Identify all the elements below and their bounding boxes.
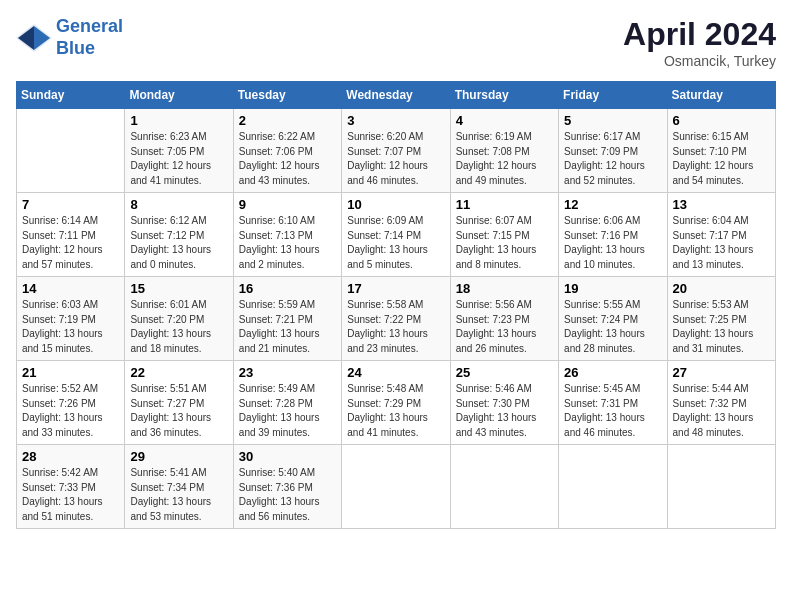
logo-name: General Blue <box>56 16 123 59</box>
day-number: 9 <box>239 197 336 212</box>
calendar-table: SundayMondayTuesdayWednesdayThursdayFrid… <box>16 81 776 529</box>
title-block: April 2024 Osmancik, Turkey <box>623 16 776 69</box>
day-number: 5 <box>564 113 661 128</box>
day-number: 23 <box>239 365 336 380</box>
calendar-cell: 18Sunrise: 5:56 AMSunset: 7:23 PMDayligh… <box>450 277 558 361</box>
day-info: Sunrise: 6:01 AMSunset: 7:20 PMDaylight:… <box>130 298 227 356</box>
day-info: Sunrise: 5:45 AMSunset: 7:31 PMDaylight:… <box>564 382 661 440</box>
day-info: Sunrise: 5:53 AMSunset: 7:25 PMDaylight:… <box>673 298 770 356</box>
calendar-body: 1Sunrise: 6:23 AMSunset: 7:05 PMDaylight… <box>17 109 776 529</box>
day-number: 27 <box>673 365 770 380</box>
day-info: Sunrise: 6:06 AMSunset: 7:16 PMDaylight:… <box>564 214 661 272</box>
calendar-header-row: SundayMondayTuesdayWednesdayThursdayFrid… <box>17 82 776 109</box>
day-number: 8 <box>130 197 227 212</box>
day-header-tuesday: Tuesday <box>233 82 341 109</box>
calendar-cell: 23Sunrise: 5:49 AMSunset: 7:28 PMDayligh… <box>233 361 341 445</box>
svg-marker-2 <box>18 26 34 50</box>
calendar-cell: 4Sunrise: 6:19 AMSunset: 7:08 PMDaylight… <box>450 109 558 193</box>
calendar-cell <box>667 445 775 529</box>
calendar-cell: 15Sunrise: 6:01 AMSunset: 7:20 PMDayligh… <box>125 277 233 361</box>
day-info: Sunrise: 5:42 AMSunset: 7:33 PMDaylight:… <box>22 466 119 524</box>
day-info: Sunrise: 6:09 AMSunset: 7:14 PMDaylight:… <box>347 214 444 272</box>
day-info: Sunrise: 5:49 AMSunset: 7:28 PMDaylight:… <box>239 382 336 440</box>
day-info: Sunrise: 5:48 AMSunset: 7:29 PMDaylight:… <box>347 382 444 440</box>
svg-marker-1 <box>34 26 50 50</box>
day-number: 1 <box>130 113 227 128</box>
week-row-1: 1Sunrise: 6:23 AMSunset: 7:05 PMDaylight… <box>17 109 776 193</box>
calendar-cell: 2Sunrise: 6:22 AMSunset: 7:06 PMDaylight… <box>233 109 341 193</box>
day-number: 6 <box>673 113 770 128</box>
calendar-cell: 24Sunrise: 5:48 AMSunset: 7:29 PMDayligh… <box>342 361 450 445</box>
page-header: General Blue April 2024 Osmancik, Turkey <box>16 16 776 69</box>
day-number: 10 <box>347 197 444 212</box>
day-header-friday: Friday <box>559 82 667 109</box>
day-info: Sunrise: 5:56 AMSunset: 7:23 PMDaylight:… <box>456 298 553 356</box>
day-number: 18 <box>456 281 553 296</box>
day-number: 22 <box>130 365 227 380</box>
month-title: April 2024 <box>623 16 776 53</box>
week-row-2: 7Sunrise: 6:14 AMSunset: 7:11 PMDaylight… <box>17 193 776 277</box>
calendar-cell: 26Sunrise: 5:45 AMSunset: 7:31 PMDayligh… <box>559 361 667 445</box>
location: Osmancik, Turkey <box>623 53 776 69</box>
day-header-thursday: Thursday <box>450 82 558 109</box>
day-number: 17 <box>347 281 444 296</box>
day-info: Sunrise: 6:10 AMSunset: 7:13 PMDaylight:… <box>239 214 336 272</box>
week-row-3: 14Sunrise: 6:03 AMSunset: 7:19 PMDayligh… <box>17 277 776 361</box>
calendar-cell: 16Sunrise: 5:59 AMSunset: 7:21 PMDayligh… <box>233 277 341 361</box>
day-header-sunday: Sunday <box>17 82 125 109</box>
day-info: Sunrise: 6:22 AMSunset: 7:06 PMDaylight:… <box>239 130 336 188</box>
day-number: 21 <box>22 365 119 380</box>
calendar-cell: 5Sunrise: 6:17 AMSunset: 7:09 PMDaylight… <box>559 109 667 193</box>
day-number: 2 <box>239 113 336 128</box>
logo: General Blue <box>16 16 123 59</box>
day-number: 25 <box>456 365 553 380</box>
day-info: Sunrise: 5:44 AMSunset: 7:32 PMDaylight:… <box>673 382 770 440</box>
day-info: Sunrise: 6:12 AMSunset: 7:12 PMDaylight:… <box>130 214 227 272</box>
calendar-cell: 28Sunrise: 5:42 AMSunset: 7:33 PMDayligh… <box>17 445 125 529</box>
calendar-cell: 27Sunrise: 5:44 AMSunset: 7:32 PMDayligh… <box>667 361 775 445</box>
calendar-cell: 3Sunrise: 6:20 AMSunset: 7:07 PMDaylight… <box>342 109 450 193</box>
day-number: 12 <box>564 197 661 212</box>
calendar-cell: 6Sunrise: 6:15 AMSunset: 7:10 PMDaylight… <box>667 109 775 193</box>
day-info: Sunrise: 5:55 AMSunset: 7:24 PMDaylight:… <box>564 298 661 356</box>
day-info: Sunrise: 5:40 AMSunset: 7:36 PMDaylight:… <box>239 466 336 524</box>
day-header-wednesday: Wednesday <box>342 82 450 109</box>
calendar-cell: 19Sunrise: 5:55 AMSunset: 7:24 PMDayligh… <box>559 277 667 361</box>
calendar-cell: 10Sunrise: 6:09 AMSunset: 7:14 PMDayligh… <box>342 193 450 277</box>
calendar-cell: 21Sunrise: 5:52 AMSunset: 7:26 PMDayligh… <box>17 361 125 445</box>
calendar-cell: 11Sunrise: 6:07 AMSunset: 7:15 PMDayligh… <box>450 193 558 277</box>
calendar-cell <box>17 109 125 193</box>
day-info: Sunrise: 6:03 AMSunset: 7:19 PMDaylight:… <box>22 298 119 356</box>
day-number: 16 <box>239 281 336 296</box>
calendar-cell: 13Sunrise: 6:04 AMSunset: 7:17 PMDayligh… <box>667 193 775 277</box>
day-info: Sunrise: 6:23 AMSunset: 7:05 PMDaylight:… <box>130 130 227 188</box>
day-number: 14 <box>22 281 119 296</box>
calendar-cell: 25Sunrise: 5:46 AMSunset: 7:30 PMDayligh… <box>450 361 558 445</box>
day-info: Sunrise: 5:52 AMSunset: 7:26 PMDaylight:… <box>22 382 119 440</box>
day-info: Sunrise: 6:15 AMSunset: 7:10 PMDaylight:… <box>673 130 770 188</box>
day-info: Sunrise: 6:14 AMSunset: 7:11 PMDaylight:… <box>22 214 119 272</box>
calendar-cell: 22Sunrise: 5:51 AMSunset: 7:27 PMDayligh… <box>125 361 233 445</box>
week-row-5: 28Sunrise: 5:42 AMSunset: 7:33 PMDayligh… <box>17 445 776 529</box>
day-info: Sunrise: 6:04 AMSunset: 7:17 PMDaylight:… <box>673 214 770 272</box>
day-number: 19 <box>564 281 661 296</box>
day-number: 26 <box>564 365 661 380</box>
day-number: 15 <box>130 281 227 296</box>
calendar-cell: 17Sunrise: 5:58 AMSunset: 7:22 PMDayligh… <box>342 277 450 361</box>
day-info: Sunrise: 6:07 AMSunset: 7:15 PMDaylight:… <box>456 214 553 272</box>
day-info: Sunrise: 6:17 AMSunset: 7:09 PMDaylight:… <box>564 130 661 188</box>
day-info: Sunrise: 5:59 AMSunset: 7:21 PMDaylight:… <box>239 298 336 356</box>
day-header-monday: Monday <box>125 82 233 109</box>
day-number: 20 <box>673 281 770 296</box>
calendar-cell <box>342 445 450 529</box>
day-number: 11 <box>456 197 553 212</box>
calendar-cell: 8Sunrise: 6:12 AMSunset: 7:12 PMDaylight… <box>125 193 233 277</box>
day-info: Sunrise: 6:19 AMSunset: 7:08 PMDaylight:… <box>456 130 553 188</box>
day-info: Sunrise: 6:20 AMSunset: 7:07 PMDaylight:… <box>347 130 444 188</box>
calendar-cell: 7Sunrise: 6:14 AMSunset: 7:11 PMDaylight… <box>17 193 125 277</box>
day-info: Sunrise: 5:41 AMSunset: 7:34 PMDaylight:… <box>130 466 227 524</box>
day-header-saturday: Saturday <box>667 82 775 109</box>
logo-icon <box>16 24 52 52</box>
day-number: 24 <box>347 365 444 380</box>
calendar-cell: 1Sunrise: 6:23 AMSunset: 7:05 PMDaylight… <box>125 109 233 193</box>
